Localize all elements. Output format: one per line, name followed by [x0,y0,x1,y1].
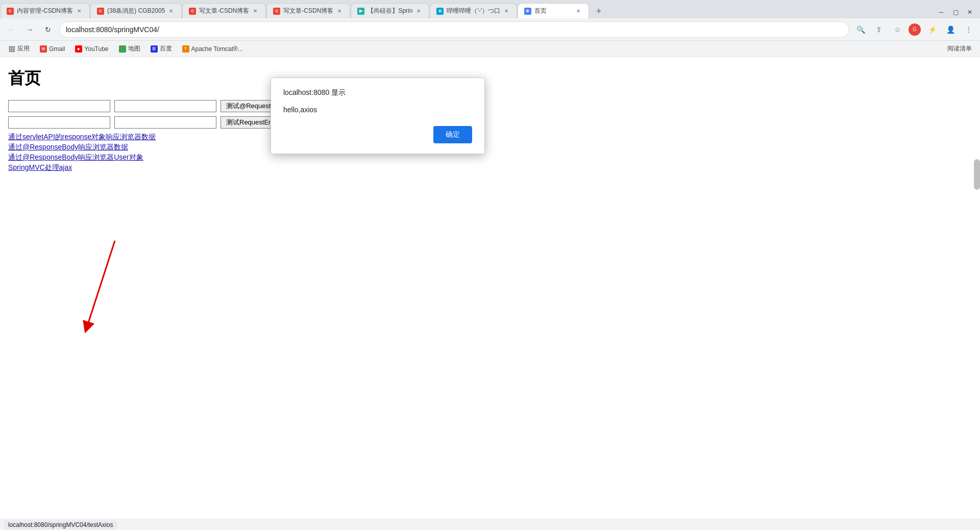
search-icon[interactable]: 🔍 [853,22,868,37]
more-menu-icon[interactable]: ⋮ [962,22,976,37]
profile-icon[interactable]: 👤 [943,22,958,37]
svg-rect-4 [11,48,13,49]
back-button[interactable]: ← [4,22,18,37]
page-content: 首页 测试@RequestBody 测试RequestEntity 通过serv… [0,57,980,519]
bookmark-gmail-label: Gmail [49,45,65,53]
tab-5-favicon: ▶ [357,8,364,15]
tab-6[interactable]: B 哔哩哔哩（'-'）つ口 ✕ [430,3,517,18]
tab-5-close[interactable]: ✕ [414,7,423,15]
tab-5-title: 【尚硅谷】Sprin [368,7,412,15]
tab-2[interactable]: C (38条消息) CGB2005 ✕ [90,3,182,18]
tab-1[interactable]: C 内容管理-CSDN博客 ✕ [0,3,90,18]
svg-rect-0 [9,46,11,47]
bookmarks-right: 阅读清单 [943,43,976,54]
bookmark-apps[interactable]: 应用 [4,43,34,55]
tab-7-close[interactable]: ✕ [574,7,582,15]
tab-4-favicon: C [273,8,280,15]
alert-message: hello,axios [283,106,472,114]
status-bar: localhost:8080/springMVC04/testAxios [0,519,980,530]
tab-7[interactable]: ⊕ 首页 ✕ [518,3,589,18]
bookmark-tomcat[interactable]: T Apache Tomcat®... [178,43,247,55]
address-text: localhost:8080/springMVC04/ [66,26,159,34]
reading-list-button[interactable]: 阅读清单 [943,43,976,54]
tab-3-close[interactable]: ✕ [251,7,259,15]
baidu-icon: 百 [151,45,158,53]
bookmark-youtube[interactable]: ▶ YouTube [71,43,112,55]
extensions-icon[interactable]: ⚡ [925,22,939,37]
tab-6-favicon: B [436,8,444,15]
svg-rect-1 [11,46,13,47]
alert-footer: 确定 [283,126,472,143]
tab-3[interactable]: C 写文章-CSDN博客 ✕ [182,3,266,18]
tab-6-title: 哔哩哔哩（'-'）つ口 [447,7,500,15]
address-bar: ← → ↻ localhost:8080/springMVC04/ 🔍 ⇪ ☆ … [0,18,980,41]
tab-1-favicon: C [7,8,14,15]
tab-2-title: (38条消息) CGB2005 [107,7,165,15]
bookmark-star-icon[interactable]: ☆ [890,22,904,37]
minimize-button[interactable]: ─ [935,6,947,18]
tab-2-favicon: C [97,8,104,15]
svg-rect-3 [9,48,11,49]
bookmark-gmail[interactable]: M Gmail [36,43,69,55]
google-account-icon[interactable]: G [909,23,921,36]
tab-6-close[interactable]: ✕ [502,7,510,15]
tab-4-close[interactable]: ✕ [335,7,344,15]
tab-4-title: 写文章-CSDN博客 [283,7,333,15]
address-input[interactable]: localhost:8080/springMVC04/ [59,21,849,38]
maps-icon: 📍 [119,45,126,53]
tab-5[interactable]: ▶ 【尚硅谷】Sprin ✕ [351,3,429,18]
bookmarks-bar: 应用 M Gmail ▶ YouTube 📍 地图 百 百度 T Apache … [0,41,980,57]
svg-rect-5 [13,48,15,49]
bookmark-baidu[interactable]: 百 百度 [146,43,176,55]
bookmark-maps-label: 地图 [128,44,140,53]
new-tab-button[interactable]: + [592,4,606,18]
bookmark-tomcat-label: Apache Tomcat®... [191,45,243,53]
tab-1-title: 内容管理-CSDN博客 [17,7,73,15]
bookmark-apps-label: 应用 [17,44,30,53]
share-icon[interactable]: ⇪ [872,22,886,37]
tab-bar-right-controls: ─ ▢ ✕ [935,6,980,18]
restore-button[interactable]: ▢ [949,6,962,18]
reload-button[interactable]: ↻ [41,22,55,37]
tab-bar: C 内容管理-CSDN博客 ✕ C (38条消息) CGB2005 ✕ C 写文… [0,0,980,18]
bookmark-baidu-label: 百度 [160,44,172,53]
youtube-icon: ▶ [75,45,82,53]
tab-3-favicon: C [189,8,196,15]
status-url: localhost:8080/springMVC04/testAxios [4,520,117,529]
gmail-icon: M [40,45,47,53]
tab-1-close[interactable]: ✕ [75,7,83,15]
svg-rect-2 [13,46,15,47]
tab-3-title: 写文章-CSDN博客 [199,7,249,15]
svg-rect-8 [13,50,15,52]
tab-7-favicon: ⊕ [524,8,531,15]
browser-window: C 内容管理-CSDN博客 ✕ C (38条消息) CGB2005 ✕ C 写文… [0,0,980,530]
alert-dialog: localhost:8080 显示 hello,axios 确定 [271,78,485,154]
tab-4[interactable]: C 写文章-CSDN博客 ✕ [266,3,350,18]
apps-icon [8,45,15,53]
tab-2-close[interactable]: ✕ [167,7,175,15]
address-bar-right: 🔍 ⇪ ☆ G ⚡ 👤 ⋮ [853,22,976,37]
tab-7-title: 首页 [534,7,572,15]
alert-title: localhost:8080 显示 [283,88,472,97]
bookmark-maps[interactable]: 📍 地图 [115,43,144,55]
svg-rect-7 [11,50,13,52]
close-browser-button[interactable]: ✕ [964,6,976,18]
forward-button[interactable]: → [22,22,37,37]
alert-ok-button[interactable]: 确定 [433,126,472,143]
tomcat-icon: T [182,45,189,53]
bookmark-youtube-label: YouTube [84,45,108,53]
svg-rect-6 [9,50,11,52]
alert-overlay: localhost:8080 显示 hello,axios 确定 [0,57,980,519]
